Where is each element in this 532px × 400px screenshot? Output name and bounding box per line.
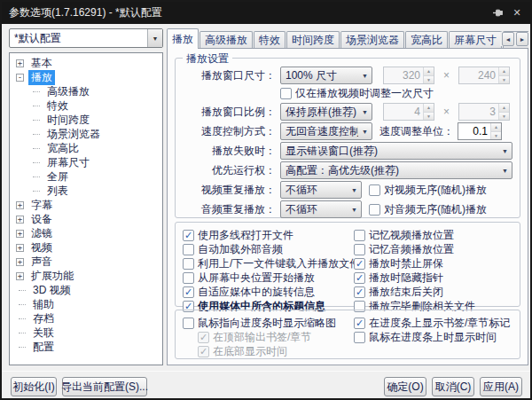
checkbox-box[interactable] (280, 88, 292, 99)
checkbox-option[interactable]: ✓播放结束后关闭 (354, 285, 475, 299)
export-config-button[interactable]: 导出当前配置(S)... (62, 377, 147, 396)
tree-item[interactable]: +基本 (14, 56, 162, 70)
tree-item[interactable]: 3D 视频 (14, 283, 162, 297)
cancel-button[interactable]: 取消(C) (432, 377, 474, 396)
checkbox-option[interactable]: 从屏幕中央位置开始播放 (183, 271, 360, 285)
apply-button[interactable]: 应用(A) (480, 377, 522, 396)
checkbox-box[interactable] (183, 244, 194, 255)
tree-item[interactable]: 场景浏览器 (14, 127, 162, 141)
checkbox-label: 鼠标在进度条上时显示时间 (369, 330, 497, 345)
tree-item[interactable]: 列表 (14, 184, 162, 198)
checkbox-box[interactable] (354, 244, 365, 255)
tab-item[interactable]: 特效 (254, 31, 286, 49)
video-shuffle-option[interactable]: 对视频无序(随机)播放 (369, 183, 487, 198)
checkbox-box[interactable] (369, 184, 380, 196)
tree-item[interactable]: 高级播放 (14, 84, 162, 98)
initialize-button[interactable]: 初始化(I) (11, 377, 57, 396)
checkbox-box[interactable] (183, 272, 194, 284)
checkbox-box[interactable] (354, 230, 365, 241)
tab-scroll-right-icon[interactable]: ► (516, 32, 528, 46)
checkbox-option[interactable]: ✓播放时隐藏指针 (354, 271, 475, 285)
speed-control-combo[interactable]: 无回音速度控制(推 ▼ (280, 122, 372, 140)
checkbox-option[interactable]: ✓在进度条上显示书签/章节标记 (354, 316, 510, 330)
tree-item[interactable]: +滤镜 (14, 226, 162, 240)
tree-item[interactable]: 时间跨度 (14, 113, 162, 127)
tree-item[interactable]: 宽高比 (14, 141, 162, 155)
tab-item[interactable]: 宽高比 (405, 31, 448, 49)
settings-tree: +基本-播放高级播放特效时间跨度场景浏览器宽高比屏幕尺寸全屏列表+字幕+设备+滤… (9, 52, 163, 365)
tree-item[interactable]: +视频 (14, 240, 162, 255)
field-label: 播放窗口尺寸： (181, 68, 280, 83)
close-icon[interactable]: ✕ (507, 5, 527, 21)
general-options-group: ✓使用多线程打开文件自动加载外部音频利用上/下一文件键载入并播放文件从屏幕中央位… (175, 222, 520, 307)
on-fail-combo[interactable]: 显示错误窗口(推荐) ▼ (280, 142, 512, 160)
checkbox-option[interactable]: 自动加载外部音频 (183, 242, 360, 256)
chevron-down-icon: ▼ (147, 29, 162, 47)
tree-expander-icon[interactable]: + (16, 216, 24, 224)
checkbox-box[interactable]: ✓ (354, 318, 365, 329)
spinner-value: 0.1 (458, 123, 490, 139)
tab-item[interactable]: 屏幕尺寸 (449, 31, 502, 49)
checkbox-option[interactable]: 鼠标指向进度条时显示缩略图 (183, 316, 336, 330)
checkbox-box[interactable]: ✓ (354, 258, 365, 270)
checkbox-box[interactable]: ✓ (183, 286, 194, 298)
checkbox-box[interactable] (183, 258, 194, 270)
window-ratio-combo[interactable]: 保持原样(推荐) ▼ (280, 103, 372, 121)
pin-icon[interactable] (488, 5, 507, 21)
tree-item[interactable]: 特效 (14, 98, 162, 113)
tree-expander-icon[interactable]: + (16, 201, 24, 209)
checkbox-option[interactable]: 记忆视频播放位置 (354, 228, 475, 242)
tree-item[interactable]: 配置 (14, 340, 162, 354)
tree-item[interactable]: +字幕 (14, 198, 162, 212)
checkbox-option[interactable]: 鼠标在进度条上时显示时间 (354, 330, 510, 344)
profile-combobox[interactable]: *默认配置 ▼ (9, 28, 163, 48)
tree-expander-icon[interactable]: + (16, 230, 24, 238)
priority-combo[interactable]: 高配置：高优先级(推荐) ▼ (280, 161, 512, 179)
tree-item[interactable]: +扩展功能 (14, 269, 162, 283)
checkbox-box[interactable]: ✓ (183, 230, 194, 241)
checkbox-box[interactable] (369, 204, 380, 216)
field-label: 优先运行权： (181, 163, 280, 178)
checkbox-box[interactable] (354, 332, 365, 343)
video-repeat-combo[interactable]: 不循环 ▼ (280, 181, 362, 199)
spinner-arrows[interactable]: ▲▼ (490, 123, 501, 139)
checkbox-box[interactable]: ✓ (354, 286, 365, 298)
tree-expander-icon[interactable]: + (16, 272, 24, 280)
tree-item[interactable]: +设备 (14, 212, 162, 226)
speed-unit-spinner[interactable]: 0.1 ▲▼ (458, 122, 502, 140)
tree-item[interactable]: +声音 (14, 255, 162, 269)
tree-item[interactable]: 关联 (14, 325, 162, 340)
ratio-w-spinner: 4 ▲▼ (383, 103, 434, 121)
tree-expander-icon[interactable]: + (16, 244, 24, 252)
window-size-combo[interactable]: 100% 尺寸 ▼ (280, 67, 372, 84)
tree-connector (33, 106, 40, 106)
audio-repeat-row: 音频重复播放： 不循环 ▼ 对音频无序(随机)播放 (181, 200, 514, 218)
combo-value: 显示错误窗口(推荐) (281, 144, 498, 159)
window-size-row: 播放窗口尺寸： 100% 尺寸 ▼ 320 ▲▼ × 240 ▲▼ (181, 67, 514, 84)
checkbox-option[interactable]: ✓使用多线程打开文件 (183, 228, 360, 242)
checkbox-label: 在底部显示时间 (213, 344, 287, 359)
tree-item[interactable]: 辅助 (14, 297, 162, 311)
tree-item[interactable]: 屏幕尺寸 (14, 155, 162, 169)
tree-item[interactable]: 全屏 (14, 169, 162, 184)
checkbox-box[interactable] (183, 318, 194, 329)
checkbox-option[interactable]: ✓自适应媒体中的旋转信息 (183, 285, 360, 299)
audio-shuffle-option[interactable]: 对音频无序(随机)播放 (369, 202, 487, 217)
checkbox-box[interactable]: ✓ (354, 272, 365, 284)
tree-item[interactable]: 存档 (14, 311, 162, 325)
tab-item[interactable]: 时间跨度 (286, 31, 340, 49)
checkbox-option[interactable]: 利用上/下一文件键载入并播放文件 (183, 256, 360, 271)
tree-expander-icon[interactable]: + (16, 59, 24, 67)
audio-repeat-combo[interactable]: 不循环 ▼ (280, 200, 362, 218)
tree-expander-icon[interactable]: + (16, 258, 24, 266)
tree-connector (19, 290, 26, 291)
checkbox-option[interactable]: 记忆音频播放位置 (354, 242, 475, 256)
tab-item[interactable]: 场景浏览器 (340, 31, 404, 49)
ok-button[interactable]: 确定(O) (384, 377, 426, 396)
checkbox-option[interactable]: ✓播放时禁止屏保 (354, 256, 475, 271)
tree-item[interactable]: -播放 (14, 70, 162, 84)
tree-expander-icon[interactable]: - (16, 74, 24, 82)
tab-scroll-left-icon[interactable]: ◄ (502, 32, 514, 46)
tab-item[interactable]: 高级播放 (200, 31, 253, 49)
tab-active[interactable]: 播放 (167, 28, 199, 49)
